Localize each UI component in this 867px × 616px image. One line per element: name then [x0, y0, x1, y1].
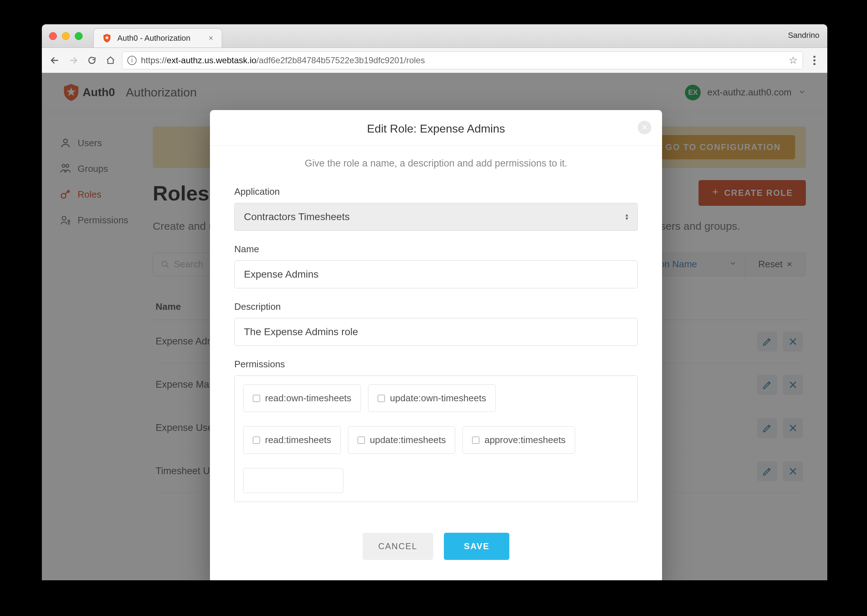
permission-label: update:timesheets: [370, 434, 446, 446]
description-value: The Expense Admins role: [244, 326, 358, 338]
edit-role-modal: Edit Role: Expense Admins ✕ Give the rol…: [210, 110, 662, 580]
permission-checkbox[interactable]: [472, 437, 479, 444]
window-zoom-icon[interactable]: [75, 32, 83, 40]
permission-label: update:own-timesheets: [390, 393, 486, 404]
modal-instruction: Give the role a name, a description and …: [234, 158, 638, 169]
description-input[interactable]: The Expense Admins role: [234, 318, 638, 346]
window-minimize-icon[interactable]: [62, 32, 70, 40]
permissions-label: Permissions: [234, 359, 638, 370]
nav-back-icon[interactable]: [47, 53, 62, 68]
window-close-icon[interactable]: [49, 32, 57, 40]
permission-chip[interactable]: update:timesheets: [348, 426, 455, 454]
tab-title: Auth0 - Authorization: [117, 34, 203, 43]
nav-forward-icon: [66, 53, 80, 68]
name-value: Expense Admins: [244, 269, 319, 280]
modal-title: Edit Role: Expense Admins: [224, 122, 648, 135]
nav-reload-icon[interactable]: [85, 53, 99, 68]
permission-checkbox[interactable]: [253, 437, 260, 444]
site-info-icon[interactable]: i: [127, 56, 137, 65]
permission-checkbox[interactable]: [253, 395, 260, 402]
svg-point-0: [813, 55, 815, 58]
page-content: Auth0 Authorization EX ext-authz.auth0.c…: [42, 73, 827, 580]
tab-close-icon[interactable]: ×: [208, 34, 213, 43]
svg-point-1: [813, 59, 815, 61]
chrome-toolbar: i https://ext-authz.us.webtask.io/adf6e2…: [42, 48, 827, 73]
permission-chip[interactable]: read:timesheets: [243, 426, 341, 454]
chrome-titlebar: Auth0 - Authorization × Sandrino: [42, 24, 827, 48]
url-text: https://ext-authz.us.webtask.io/adf6e2f2…: [141, 55, 784, 65]
application-label: Application: [234, 186, 638, 197]
application-select[interactable]: Contractors Timesheets ▴▾: [234, 203, 638, 231]
window-controls: [49, 32, 83, 40]
permission-checkbox[interactable]: [378, 395, 385, 402]
permission-chip-partial: [243, 468, 344, 493]
name-input[interactable]: Expense Admins: [234, 261, 638, 288]
auth0-favicon-icon: [102, 34, 112, 43]
svg-point-2: [813, 63, 815, 65]
permission-chip[interactable]: update:own-timesheets: [368, 385, 496, 412]
chrome-profile-name[interactable]: Sandrino: [788, 31, 820, 40]
modal-close-icon[interactable]: ✕: [638, 121, 651, 134]
cancel-button[interactable]: CANCEL: [363, 533, 433, 560]
address-bar[interactable]: i https://ext-authz.us.webtask.io/adf6e2…: [122, 52, 803, 69]
permission-label: approve:timesheets: [484, 434, 566, 446]
permissions-grid: read:own-timesheets update:own-timesheet…: [234, 376, 638, 502]
permission-chip[interactable]: read:own-timesheets: [243, 385, 361, 412]
modal-header: Edit Role: Expense Admins ✕: [210, 110, 662, 146]
application-value: Contractors Timesheets: [244, 211, 350, 223]
select-caret-icon: ▴▾: [626, 213, 628, 220]
nav-home-icon[interactable]: [103, 53, 118, 68]
modal-footer: CANCEL SAVE: [210, 519, 662, 560]
browser-tab[interactable]: Auth0 - Authorization ×: [93, 28, 222, 47]
bookmark-star-icon[interactable]: ☆: [789, 54, 798, 66]
chrome-menu-icon[interactable]: [807, 55, 821, 65]
permission-label: read:timesheets: [265, 434, 331, 446]
save-button[interactable]: SAVE: [444, 533, 510, 560]
description-label: Description: [234, 301, 638, 312]
browser-window: Auth0 - Authorization × Sandrino i https…: [42, 24, 827, 580]
permission-label: read:own-timesheets: [265, 393, 351, 404]
name-label: Name: [234, 244, 638, 255]
permission-checkbox[interactable]: [358, 437, 365, 444]
permission-chip[interactable]: approve:timesheets: [462, 426, 575, 454]
